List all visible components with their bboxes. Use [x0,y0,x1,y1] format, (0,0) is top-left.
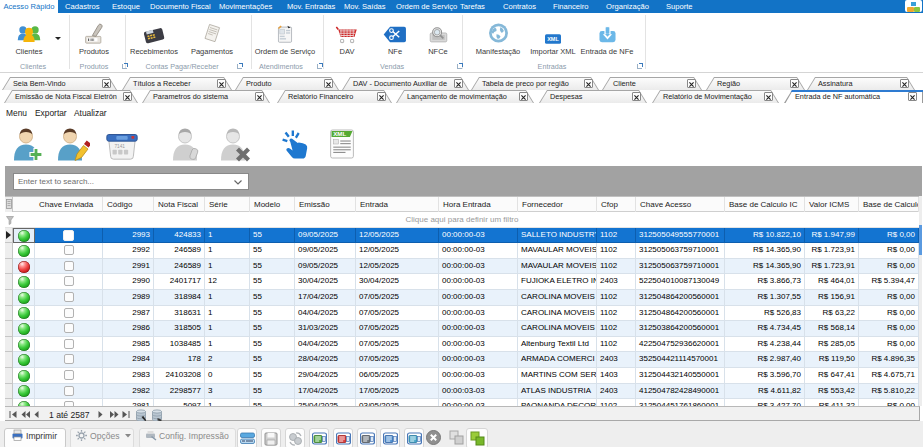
svg-text:XML: XML [547,36,559,42]
svg-text:XML: XML [333,130,346,137]
svg-text:7141: 7141 [114,144,125,149]
